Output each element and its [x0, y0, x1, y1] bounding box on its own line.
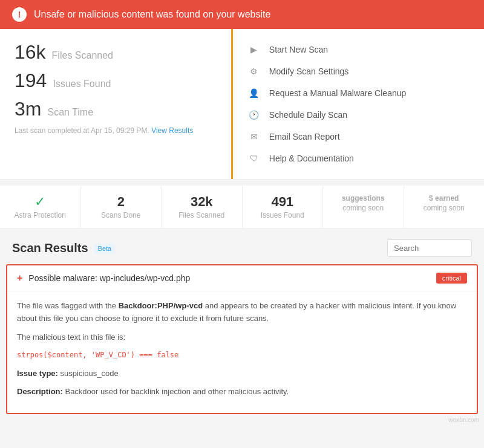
action-item-5[interactable]: 🛡 Help & Documentation	[247, 148, 469, 169]
stats-section: 16k Files Scanned 194 Issues Found 3m Sc…	[0, 29, 233, 179]
action-label-1: Modify Scan Settings	[269, 67, 349, 76]
scan-results-header: Scan Results Beta	[0, 229, 484, 264]
view-results-link[interactable]: View Results	[151, 126, 193, 135]
files-scanned-value: 16k	[15, 41, 46, 63]
stats-bar-value-3: 491	[249, 194, 317, 210]
stats-bar: ✓ Astra Protection 2 Scans Done 32k File…	[0, 186, 484, 229]
stats-bar-item-2: 32k Files Scanned	[162, 186, 243, 228]
stats-bar-item-0: ✓ Astra Protection	[0, 186, 81, 228]
stats-bar-check: ✓	[6, 194, 74, 210]
scan-time-label: Scan Time	[47, 107, 93, 118]
action-item-1[interactable]: ⚙ Modify Scan Settings	[247, 60, 469, 82]
top-panel: 16k Files Scanned 194 Issues Found 3m Sc…	[0, 29, 484, 180]
malware-description: The file was flagged with the Backdoor:P…	[17, 300, 467, 325]
stats-bar-item-1: 2 Scans Done	[81, 186, 162, 228]
actions-section: ▶ Start New Scan ⚙ Modify Scan Settings …	[233, 29, 484, 179]
action-label-3: Schedule Daily Scan	[269, 110, 347, 120]
action-icon-3: 🕐	[247, 108, 261, 122]
stats-bar-item-4: suggestions coming soon	[323, 186, 404, 228]
issues-found-label: Issues Found	[53, 79, 111, 89]
beta-badge: Beta	[94, 244, 116, 253]
description-text: Backdoor used for backlink injection and…	[65, 387, 289, 396]
stats-bar-value-2: 32k	[168, 194, 236, 210]
stats-bar-label-0: Astra Protection	[6, 211, 74, 219]
stats-bar-item-3: 491 Issues Found	[243, 186, 324, 228]
action-item-4[interactable]: ✉ Email Scan Report	[247, 126, 469, 148]
code-snippet: strpos($content, 'WP_V_CD') === false	[17, 349, 467, 361]
malware-header: + Possible malware: wp-includes/wp-vcd.p…	[7, 265, 477, 291]
scan-time-value: 3m	[15, 98, 41, 120]
critical-badge: critical	[436, 273, 467, 284]
alert-banner: ! Unsafe or malicious content was found …	[0, 0, 484, 29]
stats-bar-label-4: coming soon	[329, 204, 397, 212]
stats-bar-label-5: coming soon	[410, 204, 479, 212]
action-item-0[interactable]: ▶ Start New Scan	[247, 39, 469, 60]
issue-type-label: Issue type:	[17, 369, 58, 378]
action-icon-5: 🛡	[247, 152, 261, 165]
files-scanned-label: Files Scanned	[52, 50, 113, 61]
stats-bar-label-2: Files Scanned	[168, 211, 236, 219]
description-label: Description:	[17, 387, 63, 396]
scan-results-heading: Scan Results	[12, 241, 88, 255]
action-item-3[interactable]: 🕐 Schedule Daily Scan	[247, 104, 469, 126]
issues-found-value: 194	[15, 70, 47, 92]
issues-found-row: 194 Issues Found	[15, 70, 217, 92]
stats-bar-item-5: $ earned coming soon	[404, 186, 485, 228]
action-item-2[interactable]: 👤 Request a Manual Malware Cleanup	[247, 82, 469, 104]
scan-results-title: Scan Results Beta	[12, 241, 115, 255]
action-label-2: Request a Manual Malware Cleanup	[269, 88, 406, 98]
plus-icon: +	[17, 273, 22, 284]
last-scan-info: Last scan completed at Apr 15, 09:29 PM.…	[15, 126, 217, 135]
malware-card: + Possible malware: wp-includes/wp-vcd.p…	[6, 264, 478, 414]
malicious-text-label: The malicious text in this file is:	[17, 331, 467, 344]
malware-title-wrap: + Possible malware: wp-includes/wp-vcd.p…	[17, 273, 190, 284]
description-line: Description: Backdoor used for backlink …	[17, 386, 467, 398]
issue-type-line: Issue type: suspicious_code	[17, 368, 467, 380]
stats-bar-label-3: Issues Found	[249, 211, 317, 219]
malware-filename: Possible malware: wp-includes/wp-vcd.php	[28, 273, 190, 283]
action-label-4: Email Scan Report	[269, 132, 340, 141]
stats-bar-value-5: $ earned	[410, 194, 479, 203]
scan-time-row: 3m Scan Time	[15, 98, 217, 120]
action-icon-2: 👤	[247, 86, 261, 100]
malware-body: The file was flagged with the Backdoor:P…	[7, 291, 477, 413]
files-scanned-row: 16k Files Scanned	[15, 41, 217, 63]
stats-bar-value-4: suggestions	[329, 194, 397, 203]
stats-bar-value-1: 2	[87, 194, 155, 210]
action-icon-4: ✉	[247, 130, 261, 143]
action-label-5: Help & Documentation	[269, 154, 354, 163]
action-label-0: Start New Scan	[269, 45, 328, 54]
stats-bar-label-1: Scans Done	[87, 211, 155, 219]
search-input[interactable]	[387, 239, 472, 257]
action-icon-1: ⚙	[247, 65, 261, 78]
issue-type-value: suspicious_code	[60, 369, 119, 378]
watermark: woxbn.com	[0, 414, 484, 426]
alert-icon: !	[12, 7, 27, 22]
alert-message: Unsafe or malicious content was found on…	[34, 9, 270, 20]
action-icon-0: ▶	[247, 43, 261, 56]
